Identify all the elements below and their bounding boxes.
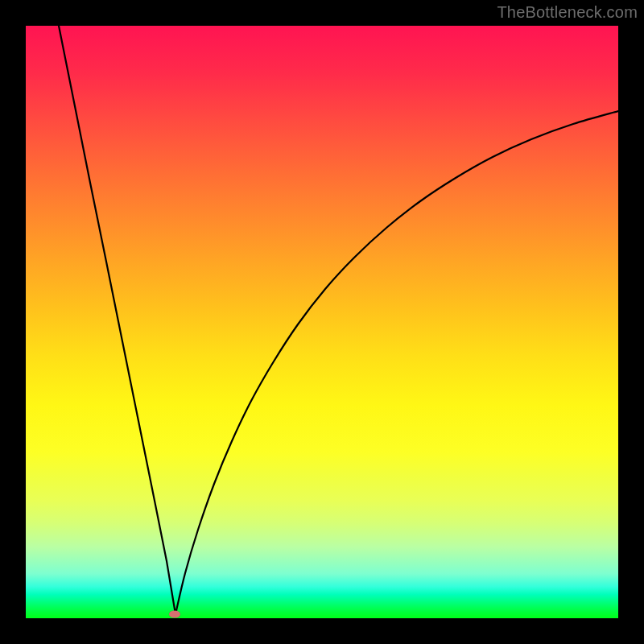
curve-svg: [26, 26, 618, 618]
bottleneck-curve: [59, 26, 618, 614]
chart-frame: TheBottleneck.com: [0, 0, 644, 644]
attribution-label: TheBottleneck.com: [497, 3, 638, 22]
plot-area: [26, 26, 618, 618]
cusp-marker: [169, 611, 180, 618]
